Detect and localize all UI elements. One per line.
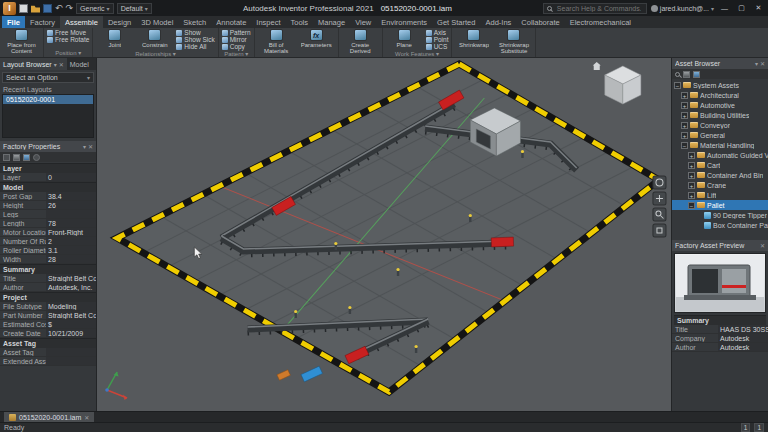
- ribbon-button-parameters[interactable]: fxParameters: [298, 29, 335, 48]
- property-row-extended-asset-tag[interactable]: Extended Asset Tag: [0, 357, 96, 366]
- tree-item-architectural[interactable]: +Architectural: [672, 90, 768, 100]
- minimize-button[interactable]: —: [718, 5, 731, 12]
- property-row-post-gap[interactable]: Post Gap38.4: [0, 192, 96, 201]
- tree-item-conveyor[interactable]: +Conveyor: [672, 120, 768, 130]
- ribbon-tab-electromechanical[interactable]: Electromechanical: [565, 16, 636, 28]
- ribbon-button-shrinkwrap[interactable]: Shrinkwrap: [455, 29, 492, 48]
- property-section-layer[interactable]: Layer: [0, 163, 96, 173]
- ribbon-button-create-derived-substitutes[interactable]: Create Derived Substitutes: [342, 29, 379, 56]
- document-tab[interactable]: 05152020-0001.iam ✕: [4, 412, 94, 422]
- tree-caret-icon[interactable]: −: [681, 142, 688, 149]
- property-row-roller-diameter[interactable]: Roller Diameter3.1: [0, 246, 96, 255]
- tree-item-general[interactable]: +General: [672, 130, 768, 140]
- tree-caret-icon[interactable]: +: [688, 182, 695, 189]
- recent-layout-item[interactable]: 05152020-0001: [3, 95, 93, 104]
- close-icon[interactable]: ✕: [59, 61, 64, 68]
- ribbon-tab-design[interactable]: Design: [103, 16, 136, 28]
- property-row-length[interactable]: Length78: [0, 219, 96, 228]
- tree-caret-icon[interactable]: −: [674, 82, 681, 89]
- maximize-button[interactable]: ▢: [735, 4, 748, 12]
- open-file-icon[interactable]: [31, 4, 40, 13]
- ribbon-tab-sketch[interactable]: Sketch: [178, 16, 211, 28]
- tree-caret-icon[interactable]: +: [681, 112, 688, 119]
- refresh-icon[interactable]: [683, 71, 690, 78]
- look-at-icon[interactable]: [653, 224, 666, 237]
- ribbon-tab-tools[interactable]: Tools: [286, 16, 314, 28]
- appearance-dropdown[interactable]: Default▾: [117, 3, 152, 14]
- property-row-layer[interactable]: Layer0: [0, 173, 96, 182]
- viewport-canvas[interactable]: [97, 58, 671, 411]
- expand-all-icon[interactable]: [23, 154, 30, 161]
- tree-caret-icon[interactable]: +: [688, 192, 695, 199]
- property-section-project[interactable]: Project: [0, 292, 96, 302]
- ribbon-button-constrain[interactable]: Constrain: [136, 29, 173, 48]
- tree-item-system-assets[interactable]: −System Assets: [672, 80, 768, 90]
- ribbon-tab-file[interactable]: File: [2, 16, 25, 28]
- tree-item-90-degree-tipper[interactable]: 90 Degree Tipper: [672, 210, 768, 220]
- property-section-model[interactable]: Model: [0, 182, 96, 192]
- tree-caret-icon[interactable]: +: [688, 172, 695, 179]
- close-icon[interactable]: ✕: [760, 242, 765, 249]
- search-icon[interactable]: [675, 72, 680, 77]
- ribbon-button-free-rotate[interactable]: Free Rotate: [47, 36, 89, 43]
- ribbon-button-bill-of-materials[interactable]: Bill of Materials: [258, 29, 295, 55]
- sort-icon[interactable]: [13, 154, 20, 161]
- tree-caret-icon[interactable]: +: [681, 92, 688, 99]
- viewport[interactable]: [97, 58, 671, 411]
- tree-caret-icon[interactable]: +: [681, 102, 688, 109]
- ribbon-tab-assemble[interactable]: Assemble: [60, 16, 103, 28]
- ribbon-tab-add-ins[interactable]: Add-Ins: [480, 16, 516, 28]
- material-dropdown[interactable]: Generic▾: [76, 3, 114, 14]
- ribbon-button-axis[interactable]: Axis: [426, 29, 449, 36]
- tab-layout-browser[interactable]: Layout Browser ▾ ✕: [0, 58, 67, 70]
- user-account[interactable]: jared.kunch@... ▾: [651, 5, 714, 12]
- close-icon[interactable]: ✕: [760, 60, 765, 67]
- search-input[interactable]: [555, 4, 643, 13]
- help-search[interactable]: [543, 3, 647, 14]
- property-section-asset-tag[interactable]: Asset Tag: [0, 338, 96, 348]
- add-asset-icon[interactable]: [693, 71, 700, 78]
- tree-item-building-utilities[interactable]: +Building Utilities: [672, 110, 768, 120]
- close-button[interactable]: ✕: [752, 4, 765, 12]
- tree-item-automatic-guided-vehicle[interactable]: +Automatic Guided Vehicle: [672, 150, 768, 160]
- property-row-width[interactable]: Width28: [0, 255, 96, 264]
- tree-item-cart[interactable]: +Cart: [672, 160, 768, 170]
- tree-item-crane[interactable]: +Crane: [672, 180, 768, 190]
- conveyor-red-segment[interactable]: [491, 237, 513, 247]
- zoom-icon[interactable]: [653, 208, 666, 221]
- chevron-down-icon[interactable]: ▾: [83, 143, 86, 150]
- ribbon-button-hide-all[interactable]: Hide All: [176, 43, 214, 50]
- tree-item-box-container-pallet[interactable]: Box Container Pallet: [672, 220, 768, 230]
- ribbon-tab-environments[interactable]: Environments: [376, 16, 432, 28]
- redo-icon[interactable]: ↷: [66, 4, 74, 13]
- property-section-summary[interactable]: Summary: [0, 264, 96, 274]
- ribbon-button-place-from-content-center[interactable]: Place from Content Center: [3, 29, 40, 56]
- property-row-part-number[interactable]: Part NumberStraight Belt Conveyor: [0, 311, 96, 320]
- pan-icon[interactable]: [653, 192, 666, 205]
- tree-item-automotive[interactable]: +Automotive: [672, 100, 768, 110]
- property-row-title[interactable]: TitleStraight Belt Conveyor: [0, 274, 96, 283]
- ribbon-button-free-move[interactable]: Free Move: [47, 29, 89, 36]
- app-logo[interactable]: I: [3, 2, 16, 15]
- save-icon[interactable]: [43, 4, 52, 13]
- ribbon-tab-view[interactable]: View: [350, 16, 376, 28]
- ribbon-button-ucs[interactable]: UCS: [426, 43, 449, 50]
- property-row-asset-tag[interactable]: Asset Tag: [0, 348, 96, 357]
- property-row-legs[interactable]: Legs: [0, 210, 96, 219]
- ribbon-tab-3d-model[interactable]: 3D Model: [136, 16, 178, 28]
- property-row-estimated-cost[interactable]: Estimated Cost$: [0, 320, 96, 329]
- undo-icon[interactable]: ↶: [55, 4, 63, 13]
- ribbon-tab-factory[interactable]: Factory: [25, 16, 60, 28]
- ribbon-tab-annotate[interactable]: Annotate: [211, 16, 251, 28]
- ribbon-tab-collaborate[interactable]: Collaborate: [516, 16, 564, 28]
- property-row-motor-location[interactable]: Motor LocationFront-Right: [0, 228, 96, 237]
- tree-caret-icon[interactable]: +: [688, 162, 695, 169]
- ribbon-button-show-sick[interactable]: Show Sick: [176, 36, 214, 43]
- filter-icon[interactable]: [3, 154, 10, 161]
- tree-caret-icon[interactable]: −: [688, 202, 695, 209]
- tab-model[interactable]: Model: [67, 58, 92, 70]
- ribbon-button-point[interactable]: Point: [426, 36, 449, 43]
- chevron-down-icon[interactable]: ▾: [755, 60, 758, 67]
- ribbon-button-shrinkwrap-substitute[interactable]: Shrinkwrap Substitute: [495, 29, 532, 55]
- tree-item-lift[interactable]: +Lift: [672, 190, 768, 200]
